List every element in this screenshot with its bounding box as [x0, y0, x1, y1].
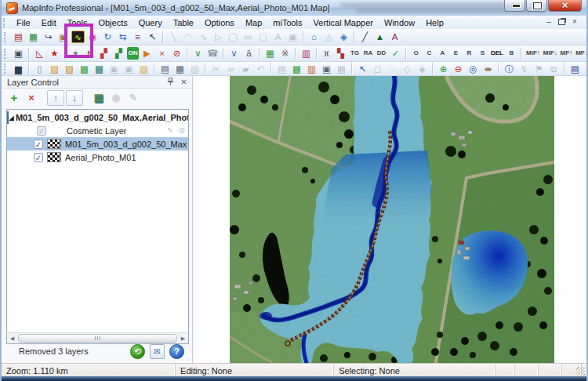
mini-select-icon[interactable]: ⌖: [69, 47, 82, 60]
previous-view-icon[interactable]: ⇆: [116, 31, 129, 43]
layer-control-icon[interactable]: ▤: [568, 63, 582, 75]
color-wheel-icon[interactable]: ◉: [86, 31, 100, 43]
maximize-button[interactable]: [526, 0, 547, 12]
line-style-icon[interactable]: ╱: [358, 31, 372, 43]
stamp-red-icon[interactable]: ▞: [97, 47, 111, 60]
layer-stack-icon[interactable]: ≡: [131, 31, 144, 43]
print-setup-icon[interactable]: ▤: [158, 63, 172, 75]
map-window[interactable]: [230, 76, 554, 363]
direction-arrow-icon[interactable]: ▶: [140, 47, 154, 60]
layer-row-aerial-photo-m01[interactable]: ✓Aerial_Photo_M01: [7, 151, 188, 164]
tool-r-icon[interactable]: R: [463, 47, 475, 60]
open-universal-data-icon[interactable]: ▩: [93, 63, 106, 75]
toolbar-grip[interactable]: [4, 64, 9, 74]
pin-icon[interactable]: [165, 78, 176, 87]
scrollbar-thumb[interactable]: [18, 334, 177, 343]
mdi-minimize-button[interactable]: –: [543, 17, 554, 27]
open-folder-icon[interactable]: ▨: [137, 63, 151, 75]
tool-c-icon[interactable]: C: [423, 47, 435, 60]
column-blocks-icon[interactable]: ▥: [299, 47, 313, 60]
layer-visibility-checkbox[interactable]: ✓: [37, 126, 46, 136]
region-style-icon[interactable]: ▲: [373, 31, 387, 43]
cross-section-icon[interactable]: ◺: [33, 47, 46, 60]
pan-grabber-icon[interactable]: ⇼: [481, 63, 495, 75]
move-layer-up-button[interactable]: ↑: [47, 90, 64, 106]
scroll-right-icon[interactable]: ▶: [178, 336, 188, 342]
new-graph-window-icon[interactable]: ▥: [305, 63, 318, 75]
status-selecting[interactable]: Selecting: None: [334, 364, 495, 377]
mdi-close-button[interactable]: ×: [569, 17, 580, 27]
menu-help[interactable]: Help: [420, 17, 449, 28]
tg-tool-icon[interactable]: TG: [349, 47, 361, 60]
open-map-icon[interactable]: ▩: [78, 63, 91, 75]
tool-o-icon[interactable]: O: [410, 47, 422, 60]
pull-down-icon[interactable]: ∨: [191, 47, 205, 60]
add-layers-button[interactable]: ▤: [91, 91, 107, 105]
map-node-row[interactable]: ◢ M01_5m_003_d_g002_50_Max,Aerial_Photo_…: [7, 111, 188, 124]
new-map-window-icon[interactable]: ▩: [290, 63, 303, 75]
resize-grip[interactable]: [576, 367, 585, 376]
text-style-icon[interactable]: A: [388, 31, 401, 43]
move-layer-down-button[interactable]: ↓: [66, 90, 83, 106]
map-select-icon[interactable]: ↖: [356, 63, 369, 75]
menu-file[interactable]: File: [11, 17, 36, 28]
title-bar[interactable]: MapInfo Professional - [M01_5m_003_d_g00…: [2, 0, 586, 16]
send-layers-icon[interactable]: ✉: [150, 344, 165, 359]
new-layout-window-icon[interactable]: ▣: [320, 63, 333, 75]
mf-export-icon[interactable]: MF↑: [560, 47, 574, 60]
layer-control-header[interactable]: Layer Control ✕: [3, 76, 192, 89]
profile-tool-icon[interactable]: ★: [48, 47, 61, 60]
thematic-map-icon[interactable]: ▦: [27, 31, 40, 43]
help-icon[interactable]: ?: [169, 344, 184, 359]
layer-row-cosmetic-layer[interactable]: ✓Cosmetic Layer✎⚙: [7, 124, 188, 137]
layer-visibility-checkbox[interactable]: ✓: [34, 140, 43, 149]
brackets-tool-icon[interactable]: )(: [321, 47, 332, 60]
mif-import-icon[interactable]: MIF↓: [543, 47, 558, 60]
snap-toggle-icon[interactable]: ◈: [337, 31, 350, 43]
collapse-arrow-icon[interactable]: ◢: [7, 114, 16, 122]
menu-options[interactable]: Options: [199, 17, 240, 28]
mif-export-icon[interactable]: MIF↑: [525, 47, 541, 60]
status-zoom[interactable]: Zoom: 1.110 km: [2, 364, 176, 377]
mf-import-icon[interactable]: MF↓: [575, 47, 588, 60]
ra-tool-icon[interactable]: RA: [362, 47, 374, 60]
new-table-icon[interactable]: ▯: [33, 63, 46, 75]
grid-view-icon[interactable]: ∿: [71, 31, 85, 43]
check-tool-icon[interactable]: ✓: [389, 47, 402, 60]
disable-tool-icon[interactable]: ⊘: [170, 47, 183, 60]
panel-close-icon[interactable]: ✕: [179, 78, 189, 86]
close-button[interactable]: [548, 0, 582, 12]
flood-map-image[interactable]: [230, 76, 554, 363]
info-tool-icon[interactable]: ⓘ: [503, 63, 516, 75]
drop-marker-icon[interactable]: ∨: [227, 47, 241, 60]
zoom-out-icon[interactable]: ⊖: [452, 63, 465, 75]
tool-a-icon[interactable]: A: [437, 47, 448, 60]
delete-object-icon[interactable]: ×: [155, 47, 169, 60]
view-entire-layer-icon[interactable]: ↻: [101, 31, 114, 43]
layout-window-icon[interactable]: ▆: [12, 63, 25, 75]
tool-s-icon[interactable]: S: [477, 47, 488, 60]
restore-layers-button[interactable]: ⟲: [130, 344, 145, 359]
menu-query[interactable]: Query: [133, 17, 168, 28]
table-merge-icon[interactable]: ▚: [334, 47, 347, 60]
annotation-text-icon[interactable]: ā: [242, 47, 256, 60]
scroll-left-icon[interactable]: ◀: [7, 336, 17, 342]
open-workspace-icon[interactable]: ▤: [12, 31, 25, 43]
mdi-restore-button[interactable]: [558, 19, 565, 25]
print-icon[interactable]: ▦: [173, 63, 187, 75]
menu-map[interactable]: Map: [240, 17, 267, 28]
north-label-icon[interactable]: N: [84, 47, 96, 60]
menu-mitools[interactable]: miTools: [267, 17, 307, 28]
layer-row-m01-5m-003-d-g002-50-max[interactable]: ✓M01_5m_003_d_g002_50_Max: [7, 137, 188, 151]
on-toggle-icon[interactable]: ON: [127, 47, 139, 60]
select-tool-icon[interactable]: ↖: [146, 31, 159, 43]
pin-tool-icon[interactable]: ↪: [42, 31, 55, 43]
grid-export-icon[interactable]: ▦: [263, 47, 277, 60]
tool-del-icon[interactable]: DEL: [490, 47, 504, 60]
menu-vertical-mapper[interactable]: Vertical Mapper: [308, 17, 379, 28]
open-workspace-file-icon[interactable]: ▨: [63, 63, 76, 75]
stamp-green-icon[interactable]: ▞: [112, 47, 125, 60]
add-layer-button[interactable]: +: [6, 91, 22, 105]
menu-table[interactable]: Table: [168, 17, 199, 28]
tool-b-icon[interactable]: B: [506, 47, 517, 60]
